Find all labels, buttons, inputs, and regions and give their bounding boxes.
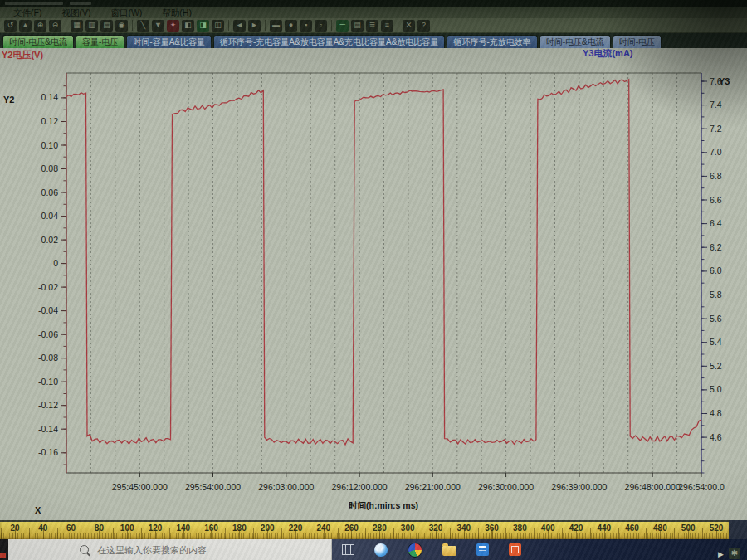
tab-5[interactable]: 循环序号-充放电效率 [447,35,537,48]
y2-axis-name: Y2 [3,95,14,105]
ruler-mark-440: 440 [597,523,611,533]
tab-6[interactable]: 时间-电压&电流 [540,35,611,48]
copy-icon[interactable]: ▤ [100,20,113,32]
ruler-mark-80: 80 [95,523,104,533]
help-icon[interactable]: ? [417,20,430,32]
window-title-text-blur [70,2,91,5]
svg-text:-0.02: -0.02 [38,282,58,292]
prev-icon[interactable]: ◄ [233,20,246,32]
zoom-out-icon[interactable]: ⊖ [49,20,61,32]
start-button-fragment[interactable] [0,539,8,560]
svg-text:5.8: 5.8 [710,290,722,299]
save-icon[interactable]: ◧ [182,20,194,32]
svg-text:0.10: 0.10 [42,140,59,150]
folder-icon[interactable] [442,546,456,556]
tab-2[interactable]: 容量-电压 [76,35,124,48]
line-tool-icon[interactable]: ╲ [137,20,149,32]
report-icon[interactable]: ▤ [351,20,364,32]
next-icon[interactable]: ► [248,20,261,32]
menu-bar: 文件(F)视图(V)窗口(W)帮助(H) [0,7,747,18]
window-title-bar [0,0,747,7]
filter-icon[interactable]: ▼ [152,20,164,32]
toolbar-separator [398,20,398,31]
toolbar: ↺▲⊕⊖▦▥▤◉╲▼✦◧◨◫◄►▬●▪▫☰▤≣≡✕? [0,18,747,33]
ruler-mark-380: 380 [513,523,527,533]
task-view-icon[interactable] [342,544,354,555]
refresh-icon[interactable]: ↺ [4,20,17,32]
legend-icon[interactable]: ≡ [381,20,393,32]
panel-d-icon[interactable]: ▫ [315,20,327,32]
ruler-mark-320: 320 [429,523,443,533]
svg-text:-0.12: -0.12 [38,400,58,410]
menu-item-2[interactable]: 视图(V) [61,7,90,18]
svg-text:6.2: 6.2 [710,242,722,252]
snapshot-icon[interactable]: ◉ [115,20,128,32]
ruler-mark-520: 520 [710,523,724,533]
svg-text:5.0: 5.0 [710,384,722,394]
panel-c-icon[interactable]: ▪ [300,20,312,32]
ruler-mark-420: 420 [569,523,583,533]
svg-text:6.8: 6.8 [710,171,722,181]
table-icon[interactable]: ☰ [336,20,349,32]
browser-icon[interactable] [374,543,388,557]
tab-7[interactable]: 时间-电压 [613,35,662,48]
ruler-mark-140: 140 [176,523,190,533]
svg-text:5.2: 5.2 [710,361,722,371]
toolbar-separator [66,20,66,31]
close-icon[interactable]: ✕ [403,20,415,32]
grid-icon[interactable]: ▦ [71,20,83,32]
ruler-mark-280: 280 [373,523,387,533]
toolbar-separator [228,20,229,31]
ruler-mark-100: 100 [120,523,134,533]
y3-axis-title: Y3电流(mA) [583,47,633,60]
list-icon[interactable]: ≣ [366,20,378,32]
menu-item-3[interactable]: 窗口(W) [110,7,142,18]
screen-ruler[interactable]: 2040608010012014016018020022024026028030… [0,520,729,539]
svg-text:295:54:00.000: 295:54:00.000 [185,482,241,492]
marker-icon[interactable]: ✦ [167,20,179,32]
svg-text:296:12:00.000: 296:12:00.000 [332,482,388,492]
panel-b-icon[interactable]: ● [285,20,297,32]
svg-text:296:30:00.000: 296:30:00.000 [478,482,534,492]
cursor-icon[interactable]: ▲ [19,20,32,32]
ruler-mark-200: 200 [261,523,275,533]
tab-settings-icon[interactable]: ✱ [729,548,740,559]
chart-tab-bar: 时间-电压&电流容量-电压时间-容量A&比容量循环序号-充电容量A&放电容量A&… [0,33,747,48]
zoom-in-icon[interactable]: ⊕ [34,20,46,32]
tab-scroll-right-icon[interactable]: ▶ [718,550,724,558]
toolbar-separator [331,20,332,31]
ruler-mark-240: 240 [316,523,330,533]
x-axis-name: X [35,505,41,515]
svg-text:-0.14: -0.14 [38,424,58,434]
svg-text:6.6: 6.6 [710,195,722,205]
taskbar-search[interactable] [8,539,332,560]
chart-icon[interactable]: ▥ [85,20,98,32]
y3-axis-name: Y3 [719,76,730,86]
tab-1[interactable]: 时间-电压&电流 [2,35,74,48]
svg-text:-0.08: -0.08 [38,353,58,363]
ruler-mark-480: 480 [653,523,667,533]
window-title-text-blur [5,2,63,5]
app-orange-icon[interactable] [509,543,521,556]
menu-item-4[interactable]: 帮助(H) [162,7,192,18]
panel-a-icon[interactable]: ▬ [270,20,282,32]
ruler-mark-40: 40 [38,523,47,533]
ruler-mark-300: 300 [401,523,415,533]
chart-area: 0.140.120.100.080.060.040.020-0.02-0.04-… [0,48,747,520]
svg-text:0.12: 0.12 [42,116,59,126]
print-icon[interactable]: ◫ [212,20,224,32]
svg-text:0.08: 0.08 [42,163,59,173]
toolbar-separator [265,20,266,31]
search-input[interactable] [95,544,306,556]
tab-3[interactable]: 时间-容量A&比容量 [126,35,212,48]
export-icon[interactable]: ◨ [197,20,209,32]
ruler-mark-60: 60 [66,523,76,533]
menu-item-1[interactable]: 文件(F) [13,7,42,18]
tab-4[interactable]: 循环序号-充电容量A&放电容量A&充电比容量A&放电比容量 [213,35,445,48]
media-icon[interactable] [408,543,422,558]
svg-text:-0.10: -0.10 [38,377,58,387]
svg-text:4.8: 4.8 [710,408,722,418]
chart-plot[interactable]: 0.140.120.100.080.060.040.020-0.02-0.04-… [0,48,747,520]
app-blue-icon[interactable] [476,543,489,556]
svg-text:7.2: 7.2 [710,124,722,134]
